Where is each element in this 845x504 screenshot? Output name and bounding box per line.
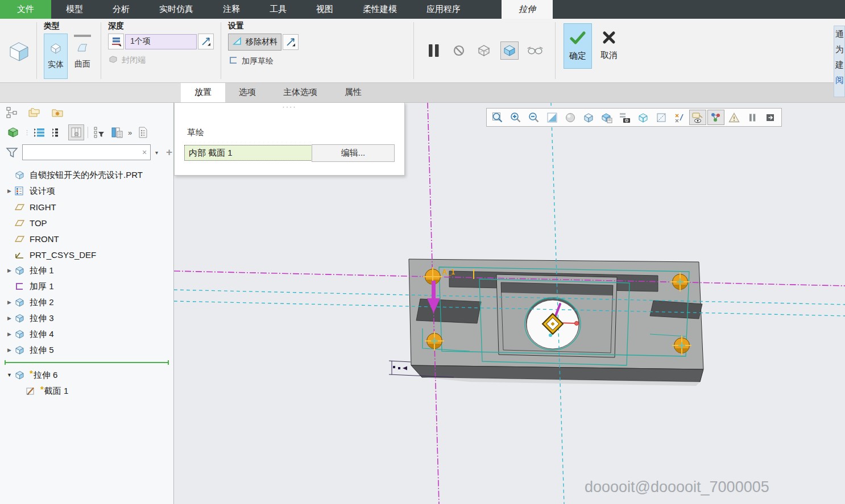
- tree-item-csys[interactable]: PRT_CSYS_DEF: [0, 247, 173, 263]
- notifications-warning-icon[interactable]: [726, 110, 743, 125]
- zoom-in-icon[interactable]: [507, 110, 524, 125]
- tree-columns-icon[interactable]: [68, 124, 84, 140]
- clear-filter-icon[interactable]: ×: [142, 148, 152, 157]
- menu-flexible-modeling[interactable]: 柔性建模: [348, 0, 412, 19]
- tree-item-label: 自锁按钮开关的外壳设计.PRT: [30, 170, 143, 181]
- ok-button[interactable]: 确定: [564, 23, 592, 69]
- tree-item-extrude2[interactable]: ▶ 拉伸 2: [0, 294, 173, 310]
- expander-icon[interactable]: ▶: [5, 347, 14, 353]
- saved-orientations-icon[interactable]: [580, 110, 597, 125]
- refit-icon[interactable]: [489, 110, 506, 125]
- remove-material-icon: [232, 36, 243, 48]
- dashboard-tab-row: 放置 选项 主体选项 属性: [0, 82, 845, 103]
- tab-properties[interactable]: 属性: [331, 82, 375, 102]
- menu-model[interactable]: 模型: [51, 0, 98, 19]
- part-icon: [14, 170, 26, 180]
- coordinate-system-icon: [14, 249, 26, 260]
- pause-regeneration-icon[interactable]: [744, 110, 761, 125]
- menu-tools[interactable]: 工具: [255, 0, 301, 19]
- repaint-icon[interactable]: [544, 110, 561, 125]
- thicken-icon: [14, 281, 26, 291]
- help-link-char[interactable]: 阅: [835, 72, 844, 88]
- tree-item-top-plane[interactable]: TOP: [0, 215, 173, 231]
- extrude-icon: [14, 265, 26, 276]
- panel-drag-handle[interactable]: ····: [175, 102, 404, 111]
- more-tools-chevron[interactable]: »: [128, 128, 132, 137]
- flip-material-side-icon[interactable]: [283, 34, 299, 50]
- display-cube-icon[interactable]: [6, 125, 20, 140]
- tree-filter-input[interactable]: [22, 144, 151, 160]
- filter-dropdown-icon[interactable]: ▾: [155, 149, 163, 156]
- model-tree-icon[interactable]: [5, 105, 19, 120]
- datum-display-filters-icon[interactable]: [671, 110, 688, 125]
- section-plane-icon[interactable]: [653, 110, 670, 125]
- tree-item-extrude1[interactable]: ▶ 拉伸 1: [0, 263, 173, 278]
- no-preview-icon[interactable]: [450, 42, 467, 59]
- annotation-display-icon[interactable]: [689, 110, 706, 125]
- remove-material-button[interactable]: 移除材料: [228, 34, 281, 51]
- glasses-verify-icon[interactable]: [527, 42, 544, 59]
- display-style-icon[interactable]: [562, 110, 579, 125]
- view-manager-icon[interactable]: [598, 110, 615, 125]
- pending-asterisk-icon: *: [40, 384, 44, 394]
- tree-item-part[interactable]: 自锁按钮开关的外壳设计.PRT: [0, 167, 173, 183]
- menu-file[interactable]: 文件: [0, 0, 51, 19]
- ribbon-tab-extrude[interactable]: 拉伸: [502, 0, 553, 19]
- expander-icon[interactable]: ▶: [5, 315, 14, 321]
- tree-settings-doc-icon[interactable]: [135, 125, 150, 140]
- tree-item-label: 拉伸 6: [34, 370, 58, 381]
- insert-locator-line[interactable]: [5, 362, 169, 363]
- exit-tool-icon[interactable]: [762, 110, 779, 125]
- tree-column-settings-icon[interactable]: [110, 125, 125, 140]
- perspective-view-icon[interactable]: [635, 110, 652, 125]
- tree-item-extrude6-pending[interactable]: ▼ * 拉伸 6: [0, 367, 173, 383]
- sketch-collector-field[interactable]: 内部 截面 1: [184, 145, 312, 161]
- tab-placement[interactable]: 放置: [181, 82, 225, 102]
- tree-item-label: 拉伸 5: [30, 345, 54, 356]
- shaded-preview-icon[interactable]: [500, 41, 519, 60]
- flip-depth-direction-icon[interactable]: [198, 34, 214, 49]
- solid-type-button[interactable]: 实体: [44, 34, 68, 79]
- expander-icon[interactable]: ▶: [5, 188, 14, 194]
- expander-icon[interactable]: ▶: [5, 331, 14, 337]
- tree-item-front-plane[interactable]: FRONT: [0, 231, 173, 247]
- tree-item-design-items[interactable]: ▶ 设计项: [0, 183, 173, 199]
- add-filter-icon[interactable]: +: [166, 146, 172, 159]
- expander-icon[interactable]: ▶: [5, 268, 14, 273]
- tree-item-right-plane[interactable]: RIGHT: [0, 199, 173, 215]
- expand-all-icon[interactable]: [32, 125, 47, 140]
- collapse-all-icon[interactable]: [50, 125, 65, 140]
- spin-center-icon[interactable]: [707, 110, 724, 125]
- thicken-sketch-option[interactable]: 加厚草绘: [228, 56, 299, 66]
- wireframe-preview-icon[interactable]: [475, 42, 492, 59]
- favorites-folder-icon[interactable]: [50, 105, 65, 120]
- expander-icon[interactable]: ▼: [5, 372, 14, 378]
- toolbar-grip[interactable]: ⋮: [24, 130, 28, 135]
- tree-item-section1-pending[interactable]: * 截面 1: [0, 383, 173, 399]
- menu-annotate[interactable]: 注释: [208, 0, 255, 19]
- menu-realtime-simulation[interactable]: 实时仿真: [144, 0, 208, 19]
- tree-item-extrude3[interactable]: ▶ 拉伸 3: [0, 310, 173, 326]
- tree-item-extrude4[interactable]: ▶ 拉伸 4: [0, 326, 173, 342]
- tree-item-extrude5[interactable]: ▶ 拉伸 5: [0, 342, 173, 358]
- cancel-button[interactable]: 取消: [595, 23, 623, 68]
- pause-feature-icon[interactable]: [425, 42, 442, 59]
- expander-icon[interactable]: ▶: [5, 299, 14, 305]
- capture-saved-views-icon[interactable]: [616, 110, 633, 125]
- surface-type-button[interactable]: 曲面: [71, 34, 94, 78]
- datum-plane-icon: [14, 234, 26, 244]
- tab-options[interactable]: 选项: [225, 82, 270, 102]
- zoom-out-icon[interactable]: [525, 110, 542, 125]
- help-flyout-clipped[interactable]: 通 为 建 阅: [834, 26, 845, 97]
- folder-browser-icon[interactable]: [27, 105, 42, 120]
- tree-filter-icon[interactable]: [92, 125, 106, 140]
- menu-view[interactable]: 视图: [301, 0, 348, 19]
- depth-value-combo[interactable]: 1个项: [125, 34, 197, 49]
- menu-analysis[interactable]: 分析: [98, 0, 144, 19]
- filter-funnel-icon[interactable]: [5, 145, 19, 160]
- depth-option-icon[interactable]: [108, 34, 124, 49]
- edit-sketch-button[interactable]: 编辑...: [312, 144, 395, 162]
- tab-body-options[interactable]: 主体选项: [270, 82, 331, 102]
- tree-item-thicken1[interactable]: 加厚 1: [0, 278, 173, 294]
- menu-applications[interactable]: 应用程序: [412, 0, 475, 19]
